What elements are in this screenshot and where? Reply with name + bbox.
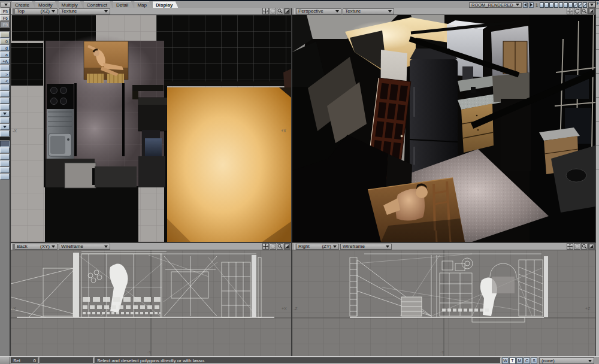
menu-tab[interactable]: Detail: [113, 1, 134, 8]
toolbar-button[interactable]: +A: [0, 58, 10, 64]
toolbar-button[interactable]: 0: [0, 38, 10, 44]
layer-dropdown[interactable]: [588, 2, 595, 8]
toolbar-button[interactable]: [0, 137, 10, 140]
menu-tabs: CreateModifyMultiplyConstructDetailMapDi…: [12, 1, 179, 8]
toolbar-button[interactable]: [0, 154, 10, 160]
toolbar-button[interactable]: d: [0, 45, 10, 51]
layer-box[interactable]: [583, 2, 587, 8]
render-mode-dropdown[interactable]: Texture: [59, 8, 110, 14]
toolbar-button[interactable]: a: [0, 51, 10, 57]
toolbar-button[interactable]: [0, 111, 10, 117]
menu-corner-dropdown[interactable]: [1, 2, 11, 8]
toolbar-button[interactable]: F6: [0, 15, 10, 21]
next-layer-bank-button[interactable]: [529, 2, 534, 8]
layer-box[interactable]: [578, 2, 582, 8]
layer-box[interactable]: [573, 2, 577, 8]
viewport-back-canvas[interactable]: -X +X -Y: [11, 250, 291, 356]
toolbar-button[interactable]: [0, 28, 10, 31]
dropdown-arrow-icon: [52, 245, 55, 248]
dropdown-arrow-icon: [104, 245, 108, 248]
viewport-right-canvas[interactable]: -Z +Z -Y: [292, 250, 595, 356]
layer-box[interactable]: [544, 2, 549, 8]
toolbar-button[interactable]: <: [0, 78, 10, 84]
right-wireframe: -Z +Z -Y: [292, 250, 595, 356]
vmap-button[interactable]: W: [502, 357, 509, 364]
maximize-viewport-button[interactable]: [588, 8, 595, 14]
toolbar-button[interactable]: [0, 167, 10, 173]
layer-box[interactable]: [559, 2, 563, 8]
rotate-tool-button[interactable]: [574, 243, 580, 250]
pan-tool-button[interactable]: [567, 243, 573, 250]
menu-tab[interactable]: Create: [12, 1, 35, 8]
object-dropdown[interactable]: ROOM_RENDERED: [469, 2, 522, 8]
modeler-window: CreateModifyMultiplyConstructDetailMapDi…: [0, 0, 599, 364]
render-mode-dropdown[interactable]: Wireframe: [59, 244, 110, 250]
pan-tool-button[interactable]: [262, 243, 269, 250]
layer-box[interactable]: [540, 2, 544, 8]
object-name: ROOM_RENDERED: [471, 2, 513, 8]
rotate-tool-button[interactable]: [270, 243, 276, 250]
rotate-tool-button[interactable]: [270, 8, 276, 14]
toolbar-button[interactable]: >: [0, 71, 10, 77]
toolbar-button[interactable]: [0, 91, 10, 97]
vmap-button[interactable]: M: [516, 357, 523, 364]
magnifier-icon: [582, 244, 587, 249]
view-type-dropdown[interactable]: Back (XY): [14, 244, 58, 250]
view-axis-label: (XZ): [37, 8, 50, 14]
set-label: Set: [13, 358, 20, 363]
menu-tab[interactable]: Map: [134, 1, 152, 8]
menu-tab[interactable]: Multiply: [59, 1, 83, 8]
toolbar-button[interactable]: [0, 32, 10, 38]
toolbar-button[interactable]: F9: [0, 22, 10, 28]
render-mode-dropdown[interactable]: Texture: [343, 8, 394, 14]
zoom-tool-button[interactable]: [277, 8, 283, 14]
expand-icon: [285, 244, 290, 249]
vertex-map-buttons: WTMCS: [502, 357, 537, 364]
layer-box[interactable]: [568, 2, 573, 8]
zoom-tool-button[interactable]: [581, 243, 588, 250]
menu-tab[interactable]: Construct: [84, 1, 113, 8]
toolbar-button[interactable]: F5: [0, 8, 10, 14]
toolbar-button[interactable]: [0, 65, 10, 71]
toolbar-button[interactable]: [0, 98, 10, 104]
maximize-viewport-button[interactable]: [284, 243, 291, 250]
vmap-button[interactable]: S: [531, 357, 537, 364]
toolbar-button[interactable]: [0, 117, 10, 123]
view-type-dropdown[interactable]: Right (ZY): [296, 244, 339, 250]
toolbar-button[interactable]: [0, 174, 10, 180]
maximize-viewport-button[interactable]: [284, 8, 291, 14]
toolbar-button[interactable]: [0, 124, 10, 130]
grip-icon: [11, 8, 14, 14]
pan-tool-button[interactable]: [567, 8, 573, 14]
prev-layer-bank-button[interactable]: [523, 2, 528, 8]
render-mode-dropdown[interactable]: Wireframe: [340, 244, 392, 250]
toolbar-button[interactable]: [0, 141, 10, 147]
layer-box[interactable]: [549, 2, 553, 8]
vmap-button[interactable]: C: [524, 357, 530, 364]
zoom-tool-button[interactable]: [581, 8, 588, 14]
layer-box[interactable]: [564, 2, 568, 8]
menu-tab[interactable]: Display: [153, 1, 178, 8]
viewport-top-canvas[interactable]: -X +X: [11, 15, 291, 242]
layer-bank-number: 1: [535, 2, 539, 8]
toolbar-button[interactable]: [0, 160, 10, 166]
view-type-dropdown[interactable]: Perspective: [296, 8, 341, 14]
toolbar-button[interactable]: [0, 131, 10, 136]
axis-label-bottom: -Y: [440, 350, 444, 354]
layer-box[interactable]: [554, 2, 558, 8]
vmap-button[interactable]: T: [509, 357, 516, 364]
zoom-tool-button[interactable]: [277, 243, 283, 250]
axis-label-right: +X: [281, 129, 286, 133]
maximize-viewport-button[interactable]: [588, 243, 595, 250]
grip-icon: [293, 244, 295, 250]
vmap-selection-dropdown[interactable]: (none): [539, 357, 594, 364]
viewport-perspective-canvas[interactable]: [292, 15, 595, 242]
view-type-dropdown[interactable]: Top (XZ): [14, 8, 58, 14]
menu-tab[interactable]: Modify: [35, 1, 58, 8]
toolbar-button[interactable]: [0, 104, 10, 110]
pan-tool-button[interactable]: [262, 8, 269, 14]
toolbar-button[interactable]: [0, 84, 10, 90]
dropdown-arrow-icon: [590, 4, 594, 6]
toolbar-button[interactable]: [0, 147, 10, 153]
rotate-tool-button[interactable]: [574, 8, 580, 14]
